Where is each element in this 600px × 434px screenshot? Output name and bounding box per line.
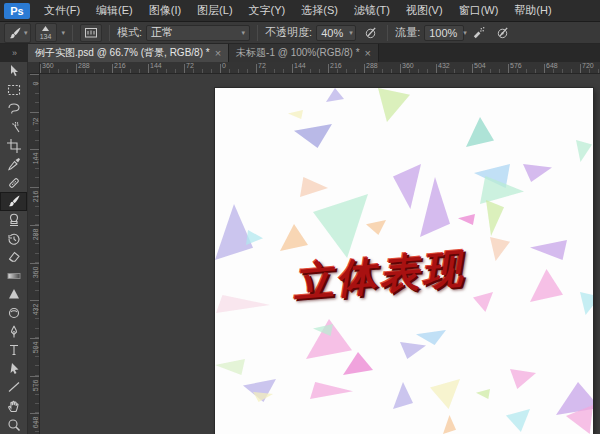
line-tool[interactable] bbox=[0, 378, 27, 397]
menu-item-5[interactable]: 选择(S) bbox=[293, 0, 346, 21]
document-tab-label: 例子实图.psd @ 66.7% (背景, RGB/8) * bbox=[35, 46, 210, 60]
menu-item-9[interactable]: 帮助(H) bbox=[506, 0, 559, 21]
triangle-shape bbox=[400, 342, 426, 359]
ruler-label: 360 bbox=[42, 62, 54, 69]
ruler-label: 216 bbox=[330, 62, 342, 69]
path-selection-tool[interactable] bbox=[0, 360, 27, 379]
triangle-shape bbox=[393, 164, 421, 209]
triangle-shape bbox=[313, 194, 368, 258]
ruler-label: 432 bbox=[438, 62, 450, 69]
toggle-brush-panel-button[interactable] bbox=[80, 24, 102, 42]
opacity-select[interactable]: 40% ▾ bbox=[316, 25, 356, 41]
triangle-shape bbox=[473, 292, 493, 312]
line-tool-icon bbox=[6, 379, 22, 395]
move-tool[interactable] bbox=[0, 62, 27, 81]
tab-close-icon[interactable]: × bbox=[215, 48, 221, 58]
tab-close-icon[interactable]: × bbox=[365, 48, 371, 58]
menu-item-8[interactable]: 窗口(W) bbox=[451, 0, 507, 21]
menu-item-7[interactable]: 视图(V) bbox=[398, 0, 451, 21]
opacity-label: 不透明度: bbox=[265, 25, 312, 40]
zoom-tool[interactable] bbox=[0, 415, 27, 434]
menu-item-3[interactable]: 图层(L) bbox=[189, 0, 240, 21]
move-tool-icon bbox=[6, 63, 22, 79]
toolbar-collapse-icon[interactable]: » bbox=[0, 44, 28, 62]
chevron-down-icon: ▾ bbox=[349, 29, 353, 37]
brush-panel-icon bbox=[84, 26, 98, 39]
opacity-value: 40% bbox=[321, 27, 343, 39]
dodge-tool[interactable] bbox=[0, 304, 27, 323]
triangle-shape bbox=[430, 379, 460, 409]
zoom-tool-icon bbox=[6, 417, 22, 433]
separator bbox=[109, 25, 110, 41]
tool-preset-picker[interactable]: ▾ bbox=[4, 23, 31, 43]
gradient-tool[interactable] bbox=[0, 267, 27, 286]
triangle-shape bbox=[523, 164, 552, 182]
history-brush-tool[interactable] bbox=[0, 229, 27, 248]
crop-tool[interactable] bbox=[0, 136, 27, 155]
ruler-label: 504 bbox=[474, 62, 486, 69]
triangle-shape bbox=[300, 177, 328, 197]
eyedropper-tool-icon bbox=[6, 156, 22, 172]
type-tool[interactable] bbox=[0, 341, 27, 360]
menu-item-2[interactable]: 图像(I) bbox=[141, 0, 189, 21]
triangle-shape bbox=[216, 295, 270, 313]
lasso-tool[interactable] bbox=[0, 99, 27, 118]
triangle-shape bbox=[246, 230, 263, 245]
menu-item-6[interactable]: 滤镜(T) bbox=[346, 0, 398, 21]
triangle-shape bbox=[443, 415, 456, 434]
ruler-label: 288 bbox=[78, 62, 90, 69]
eraser-tool[interactable] bbox=[0, 248, 27, 267]
brush-tool-icon bbox=[6, 193, 22, 209]
eyedropper-tool[interactable] bbox=[0, 155, 27, 174]
ruler-label: 648 bbox=[546, 62, 558, 69]
brush-tool[interactable] bbox=[0, 192, 27, 211]
ruler-label: 72 bbox=[258, 62, 266, 69]
airbrush-button[interactable] bbox=[468, 24, 488, 42]
triangle-shape bbox=[506, 409, 530, 432]
ruler-label: 144 bbox=[32, 153, 39, 165]
triangle-shape bbox=[215, 204, 253, 260]
menu-bar: Ps 文件(F)编辑(E)图像(I)图层(L)文字(Y)选择(S)滤镜(T)视图… bbox=[0, 0, 600, 22]
chevron-down-icon[interactable]: ▾ bbox=[62, 29, 66, 37]
photoshop-window: Ps 文件(F)编辑(E)图像(I)图层(L)文字(Y)选择(S)滤镜(T)视图… bbox=[0, 0, 600, 434]
brush-preset-picker[interactable]: 134 bbox=[35, 23, 57, 42]
magic-wand-tool[interactable] bbox=[0, 118, 27, 137]
triangle-shape bbox=[310, 382, 353, 399]
pressure-opacity-button[interactable] bbox=[360, 24, 380, 42]
ruler-label: 288 bbox=[366, 62, 378, 69]
magic-wand-tool-icon bbox=[6, 119, 22, 135]
document-tab-label: 未标题-1 @ 100%(RGB/8) * bbox=[236, 46, 360, 60]
history-brush-tool-icon bbox=[6, 231, 22, 247]
pen-pressure-size-icon bbox=[495, 25, 510, 40]
ruler-label: 648 bbox=[32, 417, 39, 429]
triangle-shape bbox=[490, 237, 510, 261]
vertical-ruler: 072144216288360432504576648 bbox=[28, 74, 40, 434]
rectangular-marquee-tool[interactable] bbox=[0, 81, 27, 100]
menu-item-1[interactable]: 编辑(E) bbox=[88, 0, 141, 21]
pen-tool[interactable] bbox=[0, 322, 27, 341]
triangle-shape bbox=[294, 124, 332, 148]
blend-mode-value: 正常 bbox=[151, 25, 173, 40]
document-tab-0[interactable]: 例子实图.psd @ 66.7% (背景, RGB/8) *× bbox=[28, 44, 229, 62]
blur-tool[interactable] bbox=[0, 285, 27, 304]
triangle-shape bbox=[378, 88, 410, 122]
separator bbox=[72, 25, 73, 41]
flow-select[interactable]: 100% ▾ bbox=[424, 25, 464, 41]
blur-tool-icon bbox=[6, 286, 22, 302]
separator bbox=[387, 25, 388, 41]
ruler-label: 216 bbox=[32, 191, 39, 203]
document-tab-1[interactable]: 未标题-1 @ 100%(RGB/8) *× bbox=[229, 44, 379, 62]
document-canvas[interactable]: 立体表现 bbox=[215, 88, 593, 434]
triangle-shape bbox=[530, 240, 567, 260]
menu-item-4[interactable]: 文字(Y) bbox=[241, 0, 294, 21]
hand-tool[interactable] bbox=[0, 397, 27, 416]
ruler-label: 360 bbox=[32, 266, 39, 278]
triangle-shape bbox=[288, 110, 303, 119]
ruler-label: 360 bbox=[402, 62, 414, 69]
triangle-shape bbox=[510, 369, 536, 389]
menu-item-0[interactable]: 文件(F) bbox=[36, 0, 88, 21]
spot-healing-brush-tool[interactable] bbox=[0, 174, 27, 193]
blend-mode-select[interactable]: 正常 ▾ bbox=[146, 25, 250, 41]
clone-stamp-tool[interactable] bbox=[0, 211, 27, 230]
pressure-size-button[interactable] bbox=[492, 24, 512, 42]
